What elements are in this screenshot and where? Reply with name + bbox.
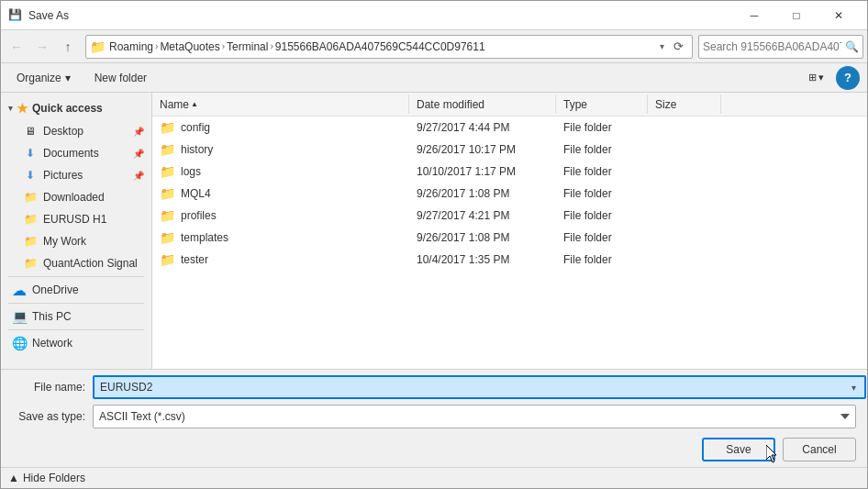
sidebar-item-label: OneDrive (32, 283, 79, 296)
organize-button[interactable]: Organize ▾ (8, 67, 79, 89)
address-segment: 915566BA06ADA407569C544CC0D97611 (275, 40, 485, 53)
table-row[interactable]: 📁 config 9/27/2017 4:44 PM File folder (152, 117, 867, 139)
organize-label: Organize (17, 72, 61, 84)
column-header-size[interactable]: Size (648, 94, 721, 114)
sidebar-divider (8, 329, 144, 330)
column-size-label: Size (655, 98, 676, 111)
filename-input[interactable] (93, 375, 866, 399)
documents-icon: ⬇ (23, 146, 38, 161)
filename-label: File name: (12, 381, 85, 394)
maximize-button[interactable]: □ (775, 1, 818, 30)
file-type: File folder (556, 187, 648, 200)
sidebar-divider (8, 276, 144, 277)
file-date: 9/26/2017 1:08 PM (409, 187, 556, 200)
table-row[interactable]: 📁 profiles 9/27/2017 4:21 PM File folder (152, 205, 867, 227)
folder-icon: 📁 (23, 212, 38, 227)
folder-icon: 📁 (23, 256, 38, 271)
folder-row-icon: 📁 (160, 230, 175, 245)
file-name: config (181, 121, 210, 134)
sidebar-item-onedrive[interactable]: ☁ OneDrive (1, 279, 151, 301)
address-bar[interactable]: 📁 Roaming › MetaQuotes › Terminal › 9155… (85, 35, 693, 59)
sort-arrow-icon: ▲ (191, 100, 198, 108)
forward-button[interactable]: → (30, 35, 54, 59)
hide-folders-button[interactable]: ▲ Hide Folders (1, 467, 867, 488)
sidebar-group-quick-access[interactable]: ▾ ★ Quick access (1, 96, 151, 120)
search-input[interactable] (703, 40, 841, 53)
column-header-type[interactable]: Type (556, 94, 648, 114)
sidebar-item-thispc[interactable]: 💻 This PC (1, 306, 151, 328)
table-row[interactable]: 📁 logs 10/10/2017 1:17 PM File folder (152, 161, 867, 183)
column-type-label: Type (563, 98, 587, 111)
folder-row-icon: 📁 (160, 142, 175, 157)
search-box[interactable]: 🔍 (698, 35, 863, 59)
sidebar-item-network[interactable]: 🌐 Network (1, 332, 151, 354)
address-segment: Terminal (227, 40, 268, 53)
column-header-date[interactable]: Date modified (409, 94, 556, 114)
file-rows-container: 📁 config 9/27/2017 4:44 PM File folder 📁… (152, 117, 867, 271)
table-row[interactable]: 📁 history 9/26/2017 10:17 PM File folder (152, 139, 867, 161)
file-name: history (181, 143, 213, 156)
table-row[interactable]: 📁 MQL4 9/26/2017 1:08 PM File folder (152, 183, 867, 205)
pin-icon: 📌 (133, 127, 144, 137)
file-date: 10/4/2017 1:35 PM (409, 253, 556, 266)
cancel-button[interactable]: Cancel (783, 438, 856, 461)
quick-access-arrow-icon: ▾ (8, 104, 13, 113)
sidebar-item-documents[interactable]: ⬇ Documents 📌 (1, 142, 151, 164)
filename-row: File name: ▾ (12, 375, 856, 399)
folder-row-icon: 📁 (160, 186, 175, 201)
sidebar-item-eurusd[interactable]: 📁 EURUSD H1 (1, 208, 151, 230)
column-header-name[interactable]: Name ▲ (152, 94, 409, 114)
address-separator: › (155, 41, 158, 51)
up-button[interactable]: ↑ (56, 35, 80, 59)
close-button[interactable]: ✕ (818, 1, 860, 30)
folder-icon: 📁 (23, 190, 38, 205)
folder-icon: 📁 (23, 234, 38, 249)
column-name-label: Name (160, 98, 189, 111)
address-separator: › (222, 41, 225, 51)
sidebar-item-downloaded[interactable]: 📁 Downloaded (1, 186, 151, 208)
file-type: File folder (556, 209, 648, 222)
column-date-label: Date modified (417, 98, 484, 111)
refresh-button[interactable]: ⟳ (668, 37, 688, 57)
sidebar-item-desktop[interactable]: 🖥 Desktop 📌 (1, 120, 151, 142)
window-title: Save As (28, 9, 733, 22)
view-button[interactable]: ⊞ ▾ (799, 67, 832, 89)
back-button[interactable]: ← (5, 35, 28, 59)
address-dropdown-arrow: ▾ (660, 41, 664, 51)
address-segment: MetaQuotes (160, 40, 219, 53)
file-date: 9/26/2017 10:17 PM (409, 143, 556, 156)
file-date: 9/27/2017 4:44 PM (409, 121, 556, 134)
title-bar: 💾 Save As ─ □ ✕ (1, 1, 867, 30)
file-name: tester (181, 253, 208, 266)
save-button[interactable]: Save (702, 438, 775, 461)
table-row[interactable]: 📁 templates 9/26/2017 1:08 PM File folde… (152, 227, 867, 249)
filetype-select[interactable]: ASCII Text (*.csv) (93, 405, 856, 428)
desktop-icon: 🖥 (23, 124, 38, 139)
sidebar: ▾ ★ Quick access 🖥 Desktop 📌 ⬇ Documents… (1, 93, 152, 369)
new-folder-button[interactable]: New folder (86, 67, 155, 89)
sidebar-item-label: Documents (43, 147, 99, 160)
sidebar-item-label: Downloaded (43, 191, 105, 204)
bottom-bar: File name: ▾ Save as type: ASCII Text (*… (1, 369, 867, 434)
minimize-button[interactable]: ─ (733, 1, 775, 30)
pictures-icon: ⬇ (23, 168, 38, 183)
address-toolbar: ← → ↑ 📁 Roaming › MetaQuotes › Terminal … (1, 30, 867, 63)
file-date: 9/27/2017 4:21 PM (409, 209, 556, 222)
main-content: ▾ ★ Quick access 🖥 Desktop 📌 ⬇ Documents… (1, 93, 867, 369)
address-folder-icon: 📁 (90, 39, 106, 54)
sidebar-item-pictures[interactable]: ⬇ Pictures 📌 (1, 164, 151, 186)
file-type: File folder (556, 143, 648, 156)
help-button[interactable]: ? (836, 66, 860, 90)
sidebar-item-mywork[interactable]: 📁 My Work (1, 230, 151, 252)
table-row[interactable]: 📁 tester 10/4/2017 1:35 PM File folder (152, 249, 867, 271)
sidebar-item-label: My Work (43, 235, 86, 248)
hide-folders-label: Hide Folders (23, 472, 85, 484)
sidebar-divider (8, 303, 144, 304)
sidebar-item-quantaction[interactable]: 📁 QuantAction Signal (1, 252, 151, 274)
file-list-header: Name ▲ Date modified Type Size (152, 93, 867, 117)
sidebar-group-label: Quick access (32, 102, 103, 115)
hide-folders-arrow-icon: ▲ (8, 472, 19, 484)
organize-toolbar: Organize ▾ New folder ⊞ ▾ ? (1, 63, 867, 93)
pin-icon: 📌 (133, 149, 144, 159)
address-parts: Roaming › MetaQuotes › Terminal › 915566… (109, 40, 656, 53)
